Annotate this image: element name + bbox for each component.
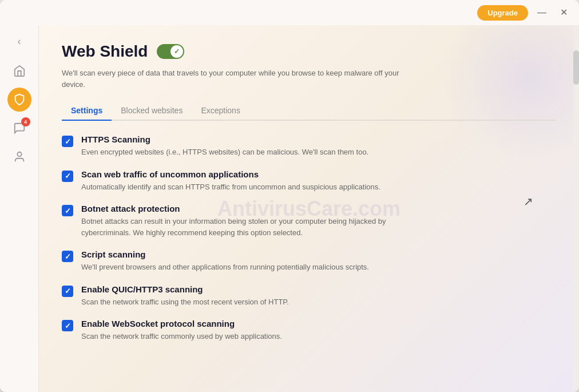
setting-https-scanning: HTTPS Scanning Even encrypted websites (… [62, 134, 556, 158]
messages-badge: 4 [21, 117, 30, 126]
script-scanning-desc: We'll prevent browsers and other applica… [81, 262, 369, 273]
scrollbar-thumb[interactable] [573, 50, 579, 85]
sidebar-item-home[interactable] [7, 59, 31, 83]
scan-web-traffic-desc: Automatically identify and scan HTTPS tr… [81, 181, 380, 193]
tab-blocked-websites[interactable]: Blocked websites [112, 101, 192, 121]
main-layout: ‹ 4 [0, 25, 579, 392]
tab-exceptions[interactable]: Exceptions [192, 101, 249, 121]
home-icon [13, 65, 26, 77]
tabs: Settings Blocked websites Exceptions [62, 101, 556, 121]
svg-point-0 [17, 152, 21, 156]
websocket-scanning-desc: Scan the network traffic commonly used b… [81, 331, 282, 342]
quic-http3-label: Enable QUIC/HTTP3 scanning [81, 284, 289, 294]
scan-web-traffic-checkbox[interactable] [62, 171, 73, 182]
setting-script-scanning: Script scanning We'll prevent browsers a… [62, 250, 556, 273]
back-button[interactable]: ‹ [13, 31, 26, 52]
quic-http3-desc: Scan the network traffic using the most … [81, 296, 289, 308]
title-bar: Upgrade — ✕ [0, 0, 579, 25]
https-scanning-checkbox[interactable] [62, 136, 73, 147]
botnet-protection-desc: Botnet attacks can result in your inform… [81, 216, 402, 238]
websocket-scanning-checkbox[interactable] [62, 320, 73, 331]
websocket-scanning-label: Enable WebSocket protocol scanning [81, 319, 282, 328]
scrollbar-track [573, 25, 579, 392]
shield-icon [13, 93, 26, 106]
page-description: We'll scan every piece of data that trav… [62, 68, 405, 90]
web-shield-toggle[interactable] [157, 44, 184, 59]
tab-settings[interactable]: Settings [62, 101, 112, 121]
sidebar-item-shield[interactable] [7, 88, 31, 112]
https-scanning-label: HTTPS Scanning [81, 134, 368, 144]
back-icon: ‹ [18, 35, 21, 47]
toggle-knob [170, 45, 183, 58]
sidebar-item-user[interactable] [7, 145, 31, 169]
https-scanning-desc: Even encrypted websites (i.e., HTTPS web… [81, 146, 368, 158]
sidebar: ‹ 4 [0, 25, 39, 392]
upgrade-button[interactable]: Upgrade [477, 5, 528, 21]
sidebar-item-messages[interactable]: 4 [7, 116, 31, 140]
page-header: Web Shield [62, 42, 556, 61]
close-button[interactable]: ✕ [556, 6, 572, 19]
settings-list: HTTPS Scanning Even encrypted websites (… [62, 134, 556, 342]
setting-websocket-scanning: Enable WebSocket protocol scanning Scan … [62, 319, 556, 342]
user-icon [13, 151, 26, 163]
minimize-button[interactable]: — [533, 6, 551, 19]
script-scanning-checkbox[interactable] [62, 251, 73, 262]
botnet-protection-checkbox[interactable] [62, 205, 73, 216]
quic-http3-checkbox[interactable] [62, 286, 73, 297]
setting-scan-web-traffic: Scan web traffic of uncommon application… [62, 169, 556, 193]
setting-botnet-protection: Botnet attack protection Botnet attacks … [62, 204, 556, 238]
botnet-protection-label: Botnet attack protection [81, 204, 402, 213]
page-title: Web Shield [62, 42, 148, 61]
window-controls: Upgrade — ✕ [477, 5, 572, 21]
script-scanning-label: Script scanning [81, 250, 369, 259]
setting-quic-http3: Enable QUIC/HTTP3 scanning Scan the netw… [62, 284, 556, 308]
content-area: AntivirusCare.com Web Shield We'll scan … [39, 25, 579, 392]
scan-web-traffic-label: Scan web traffic of uncommon application… [81, 169, 380, 179]
